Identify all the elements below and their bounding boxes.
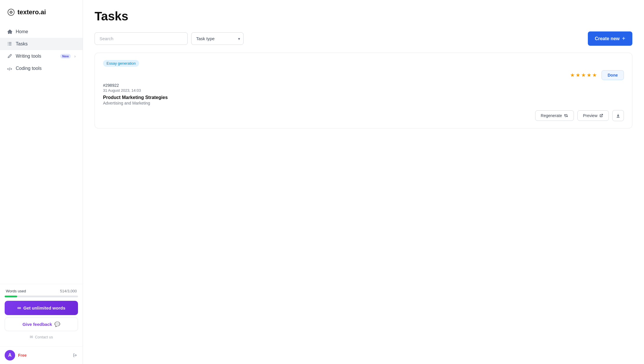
search-input[interactable] [95, 32, 188, 45]
sidebar-item-writing-tools-label: Writing tools [16, 54, 57, 59]
avatar-initial: A [8, 353, 12, 358]
sidebar-item-writing-tools[interactable]: Writing tools New › [0, 50, 83, 62]
writing-tools-chevron-icon: › [74, 54, 76, 59]
preview-button[interactable]: Preview [577, 110, 609, 121]
words-used-label: Words used [6, 289, 26, 293]
sidebar-item-home[interactable]: Home [0, 26, 83, 38]
sidebar-item-coding-tools[interactable]: Coding tools [0, 62, 83, 75]
toolbar: Task type Essay generation Blog post Cod… [95, 31, 632, 46]
download-button[interactable] [612, 110, 624, 121]
home-icon [7, 29, 12, 34]
progress-bar-background [5, 296, 78, 297]
svg-point-1 [10, 11, 12, 13]
logo-icon [7, 8, 15, 16]
user-row: A Free [0, 346, 83, 364]
task-type-select-wrap: Task type Essay generation Blog post Cod… [191, 32, 244, 45]
star-5: ★ [592, 72, 597, 78]
task-id: #298922 [103, 83, 624, 88]
contact-us-label: Contact us [35, 335, 53, 339]
external-link-icon [599, 114, 603, 118]
user-plan-badge: Free [18, 353, 70, 358]
done-button[interactable]: Done [602, 70, 624, 80]
infinity-icon: ∞ [17, 305, 21, 311]
give-feedback-button[interactable]: Give feedback 💬 [5, 317, 78, 331]
plus-icon: + [622, 35, 625, 42]
star-2: ★ [576, 72, 580, 78]
task-actions: Regenerate Preview [103, 110, 624, 121]
words-used-count: 514/3,000 [60, 289, 77, 293]
tasks-icon [7, 41, 12, 47]
sidebar-bottom: Words used 514/3,000 ∞ Get unlimited wor… [0, 284, 83, 346]
logo-text: textero.ai [17, 8, 46, 16]
get-unlimited-words-button[interactable]: ∞ Get unlimited words [5, 301, 78, 315]
sidebar: textero.ai Home Tasks Writing tools New … [0, 0, 83, 364]
sidebar-item-coding-tools-label: Coding tools [16, 66, 76, 71]
regenerate-icon [564, 113, 568, 118]
task-card: Essay generation ★ ★ ★ ★ ★ Done #298922 … [95, 53, 632, 128]
svg-point-0 [8, 9, 14, 15]
star-1: ★ [570, 72, 575, 78]
preview-label: Preview [583, 113, 597, 118]
logo: textero.ai [0, 0, 83, 23]
sidebar-item-home-label: Home [16, 29, 76, 34]
contact-us-link[interactable]: ✉ Contact us [5, 333, 78, 340]
create-new-button[interactable]: Create new + [588, 31, 632, 46]
create-new-label: Create new [595, 36, 620, 41]
regenerate-label: Regenerate [541, 113, 562, 118]
words-used-row: Words used 514/3,000 [5, 289, 78, 293]
search-input-wrap [95, 32, 188, 45]
download-icon [616, 113, 620, 118]
task-date: 31 August 2023, 14:03 [103, 88, 624, 93]
writing-tools-badge: New [60, 54, 71, 59]
task-status-row: ★ ★ ★ ★ ★ Done [103, 70, 624, 80]
task-subtitle: Advertising and Marketing [103, 101, 624, 105]
svg-line-2 [9, 67, 10, 70]
star-4: ★ [587, 72, 591, 78]
task-rating: ★ ★ ★ ★ ★ [570, 72, 597, 78]
envelope-icon: ✉ [30, 335, 33, 339]
progress-bar-fill [5, 296, 17, 297]
sidebar-item-tasks[interactable]: Tasks [0, 38, 83, 50]
logout-icon[interactable] [73, 353, 78, 358]
task-title: Product Marketing Strategies [103, 95, 624, 100]
avatar: A [5, 350, 15, 361]
page-title: Tasks [95, 9, 632, 23]
main-content: Tasks Task type Essay generation Blog po… [83, 0, 644, 364]
writing-icon [7, 54, 12, 59]
feedback-label: Give feedback [22, 322, 52, 327]
coding-icon [7, 66, 12, 71]
sidebar-navigation: Home Tasks Writing tools New › Coding [0, 23, 83, 284]
task-type-select[interactable]: Task type Essay generation Blog post Cod… [191, 32, 244, 45]
task-type-badge: Essay generation [103, 60, 139, 67]
feedback-emoji-icon: 💬 [54, 321, 60, 327]
sidebar-item-tasks-label: Tasks [16, 41, 76, 47]
regenerate-button[interactable]: Regenerate [535, 110, 574, 121]
btn-unlimited-label: Get unlimited words [23, 305, 65, 310]
star-3: ★ [581, 72, 586, 78]
